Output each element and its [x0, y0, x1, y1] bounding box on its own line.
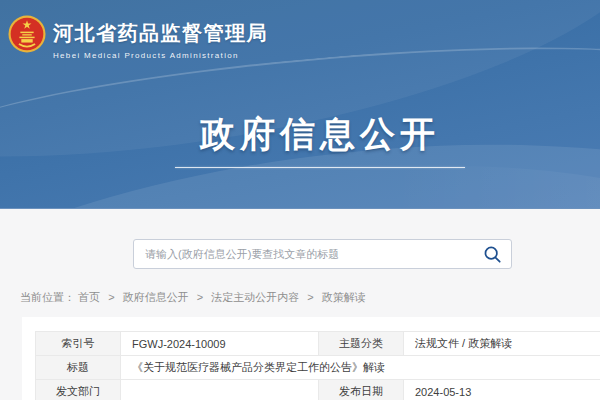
table-row-title: 标题 《关于规范医疗器械产品分类界定工作的公告》解读: [36, 356, 600, 380]
breadcrumb-separator: >: [307, 291, 313, 303]
search-icon: [483, 245, 502, 264]
table-row-department: 发文部门 发布日期 2024-05-13: [36, 380, 600, 400]
document-info-table: 索引号 FGWJ-2024-10009 主题分类 法规文件 / 政策解读 标题 …: [35, 331, 600, 400]
national-emblem-icon: [8, 15, 46, 53]
issuing-department-value: [121, 380, 319, 400]
breadcrumb-item-policy-interpretation[interactable]: 政策解读: [322, 291, 366, 303]
search-button[interactable]: [473, 240, 511, 268]
search-box: [133, 239, 512, 269]
breadcrumb-item-home[interactable]: 首页: [78, 291, 100, 303]
topic-category-value: 法规文件 / 政策解读: [404, 332, 600, 356]
issuing-department-label: 发文部门: [36, 380, 121, 400]
page-title: 政府信息公开: [0, 111, 600, 158]
breadcrumb-item-info-disclosure[interactable]: 政府信息公开: [123, 291, 189, 303]
topic-category-label: 主题分类: [319, 332, 404, 356]
page: 河北省药品监督管理局 Hebei Medical Products Admini…: [0, 0, 600, 400]
table-row-index: 索引号 FGWJ-2024-10009 主题分类 法规文件 / 政策解读: [36, 332, 600, 356]
title-value: 《关于规范医疗器械产品分类界定工作的公告》解读: [121, 356, 600, 380]
header-banner: 河北省药品监督管理局 Hebei Medical Products Admini…: [0, 0, 600, 209]
breadcrumb-separator: >: [197, 291, 203, 303]
breadcrumb-prefix: 当前位置：: [20, 291, 75, 303]
site-title-block: 河北省药品监督管理局 Hebei Medical Products Admini…: [53, 15, 268, 60]
publish-date-value: 2024-05-13: [404, 380, 600, 400]
page-title-underline: [175, 167, 465, 168]
document-info-card: 索引号 FGWJ-2024-10009 主题分类 法规文件 / 政策解读 标题 …: [22, 317, 600, 400]
publish-date-label: 发布日期: [319, 380, 404, 400]
index-number-label: 索引号: [36, 332, 121, 356]
breadcrumb: 当前位置： 首页 > 政府信息公开 > 法定主动公开内容 > 政策解读: [20, 290, 366, 305]
search-input[interactable]: [134, 240, 473, 268]
site-logo[interactable]: 河北省药品监督管理局 Hebei Medical Products Admini…: [8, 15, 268, 60]
title-label: 标题: [36, 356, 121, 380]
breadcrumb-separator: >: [108, 291, 114, 303]
index-number-value: FGWJ-2024-10009: [121, 332, 319, 356]
breadcrumb-item-statutory-content[interactable]: 法定主动公开内容: [211, 291, 299, 303]
site-name: 河北省药品监督管理局: [53, 20, 268, 47]
site-name-english: Hebei Medical Products Administration: [53, 51, 268, 60]
